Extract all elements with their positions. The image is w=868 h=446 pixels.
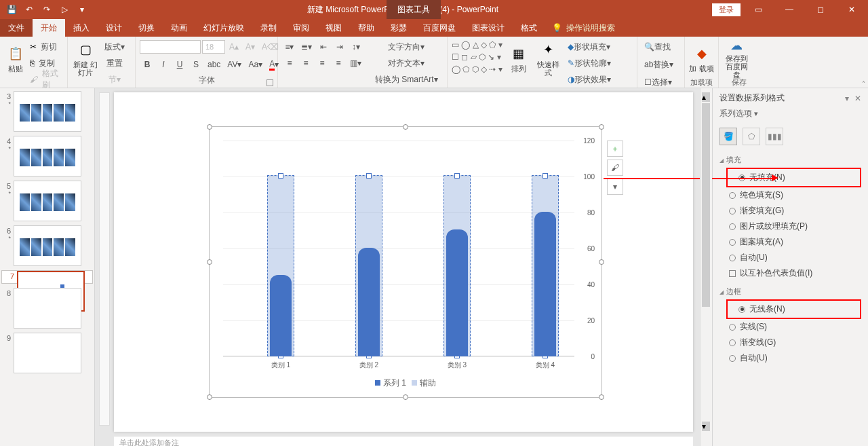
maximize-icon[interactable]: ◻ [807,0,834,19]
tab-home[interactable]: 开始 [33,19,65,37]
new-slide-button[interactable]: ▢新建 幻灯片 [72,39,99,77]
tab-format[interactable]: 格式 [513,19,545,37]
strike-button[interactable]: S [189,57,203,72]
font-size-select[interactable] [202,40,225,54]
shapes-gallery[interactable]: ▭ ◯ △ ◇ ⬠ ▾ ☐ ◻ ▱ ⬡ ↘ ▾ ◯ ⬠ ⬡ ◇ ⇢ ▾ [452,39,502,75]
fill-auto-option[interactable]: 自动(U) [719,250,861,265]
border-solid-option[interactable]: 实线(S) [719,319,861,335]
underline-button[interactable]: U [172,57,187,72]
cut-button[interactable]: 剪切 [38,39,60,54]
chart-styles-button[interactable]: 🖌 [607,160,623,176]
chart-object[interactable]: 020406080100120类别 1类别 2类别 3类别 4 系列 1 辅助 … [209,126,602,398]
bold-button[interactable]: B [140,57,155,72]
align-center-button[interactable]: ≡ [298,56,313,71]
ribbon-display-icon[interactable]: ▭ [745,0,772,19]
fill-invert-option[interactable]: 以互补色代表负值(I) [719,265,861,281]
border-none-option[interactable]: 无线条(N) [729,301,859,317]
slide-thumbnail[interactable]: 4* [1,136,93,176]
aligntext-button[interactable]: 对齐文本 ▾ [372,56,441,71]
series-options-dropdown[interactable]: 系列选项 ▾ [719,108,861,119]
align-right-button[interactable]: ≡ [315,56,330,71]
slide-canvas[interactable]: 020406080100120类别 1类别 2类别 3类别 4 系列 1 辅助 … [114,92,693,432]
notes-placeholder[interactable]: 单击此处添加备注 [114,436,693,446]
reset-button[interactable]: 重置 [102,56,127,71]
tab-record[interactable]: 录制 [252,19,285,37]
redo-icon[interactable]: ↷ [39,2,54,17]
quickstyle-button[interactable]: ✦快速样式 [535,39,562,77]
series-options-tab[interactable]: ▮▮▮ [766,128,783,145]
chart-plot-area[interactable]: 020406080100120类别 1类别 2类别 3类别 4 [223,141,574,356]
tab-slideshow[interactable]: 幻灯片放映 [195,19,252,37]
align-left-button[interactable]: ≡ [282,56,297,71]
layout-button[interactable]: 版式 ▾ [102,39,127,54]
increase-font-icon[interactable]: A▴ [226,39,241,54]
paste-button[interactable]: 📋粘贴 [4,39,27,77]
addins-button[interactable]: ◆加 载项 [689,39,714,77]
border-auto-option[interactable]: 自动(U) [719,350,861,366]
tab-insert[interactable]: 插入 [65,19,98,37]
section-button[interactable]: 节 ▾ [102,72,127,87]
slide-thumbnail[interactable]: 7 [1,270,93,284]
tab-animation[interactable]: 动画 [163,19,195,37]
columns-button[interactable]: ▥▾ [347,56,364,71]
chart-elements-button[interactable]: ＋ [607,141,623,157]
justify-button[interactable]: ≡ [331,56,346,71]
spacing-button[interactable]: AV▾ [224,57,244,72]
linespacing-button[interactable]: ↕▾ [349,39,363,54]
tab-view[interactable]: 视图 [317,19,350,37]
start-slideshow-icon[interactable]: ▷ [57,2,72,17]
pane-close-icon[interactable]: ✕ [854,94,861,103]
chart-filters-button[interactable]: ▾ [607,179,623,195]
tab-design[interactable]: 设计 [98,19,130,37]
fill-picture-option[interactable]: 图片或纹理填充(P) [719,219,861,234]
tab-chartdesign[interactable]: 图表设计 [464,19,513,37]
section-border[interactable]: 边框 [719,286,861,297]
savebaidu-button[interactable]: ☁保存到 百度网盘 [723,39,750,77]
font-family-select[interactable] [140,40,201,54]
tab-file[interactable]: 文件 [0,19,33,37]
qat-more-icon[interactable]: ▾ [75,2,90,17]
chart-legend[interactable]: 系列 1 辅助 [210,377,601,389]
smartart-button[interactable]: 转换为 SmartArt ▾ [372,72,441,87]
tab-baiduwangpan[interactable]: 百度网盘 [415,19,464,37]
italic-button[interactable]: I [156,57,171,72]
save-icon[interactable]: 💾 [4,2,19,17]
shadow-button[interactable]: abc [205,57,223,72]
shapeeffects-button[interactable]: ◑ 形状效果 ▾ [565,72,614,87]
section-fill[interactable]: 填充 [719,155,861,165]
undo-icon[interactable]: ↶ [22,2,37,17]
shapeoutline-button[interactable]: ✎ 形状轮廓 ▾ [565,56,614,71]
close-icon[interactable]: ✕ [838,0,865,19]
vertical-scrollbar[interactable]: ▴ ▾ [700,88,712,446]
numbering-button[interactable]: ≣▾ [298,39,315,54]
fill-gradient-option[interactable]: 渐变填充(G) [719,203,861,219]
border-gradient-option[interactable]: 渐变线(G) [719,335,861,350]
collapse-ribbon-icon[interactable]: ˄ [862,80,865,88]
slide-thumbnail[interactable]: 8 [1,288,93,329]
minimize-icon[interactable]: — [776,0,803,19]
fill-line-tab[interactable]: 🪣 [719,128,737,145]
indent-inc-button[interactable]: ⇥ [332,39,347,54]
decrease-font-icon[interactable]: A▾ [243,39,258,54]
bullets-button[interactable]: ≡▾ [282,39,297,54]
tab-review[interactable]: 审阅 [285,19,317,37]
shapefill-button[interactable]: ◆ 形状填充 ▾ [565,39,614,54]
slide-thumbnail[interactable]: 3* [1,91,93,132]
replace-button[interactable]: ab 替换 ▾ [642,57,676,72]
tab-caise[interactable]: 彩瑟 [382,19,415,37]
tab-help[interactable]: 帮助 [350,19,382,37]
font-launcher[interactable] [267,79,273,86]
case-button[interactable]: Aa▾ [245,57,265,72]
arrange-button[interactable]: ▦排列 [505,39,532,77]
login-button[interactable]: 登录 [712,3,741,16]
select-button[interactable]: ☐ 选择 ▾ [642,75,675,90]
find-button[interactable]: 🔍 查找 [642,39,673,54]
tab-transition[interactable]: 切换 [130,19,163,37]
fill-pattern-option[interactable]: 图案填充(A) [719,234,861,250]
textdir-button[interactable]: 文字方向 ▾ [372,39,441,54]
tell-me[interactable]: 💡操作说明搜索 [545,19,622,37]
slide-thumbnail[interactable]: 5* [1,181,93,221]
pane-dropdown-icon[interactable]: ▾ [845,94,849,103]
slide-thumbnail[interactable]: 9 [1,333,93,373]
indent-dec-button[interactable]: ⇤ [316,39,331,54]
